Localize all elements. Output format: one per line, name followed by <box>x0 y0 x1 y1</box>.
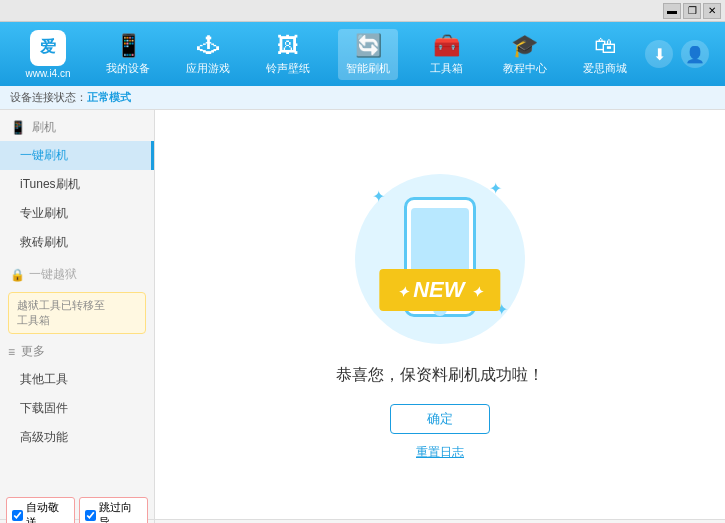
notice-text: 越狱工具已转移至工具箱 <box>17 299 105 326</box>
store-icon: 🛍 <box>594 33 616 59</box>
toolbox-icon: 🧰 <box>433 33 460 59</box>
sidebar-item-other-tools[interactable]: 其他工具 <box>0 365 154 394</box>
advanced-label: 高级功能 <box>20 430 68 444</box>
nav-my-device[interactable]: 📱 我的设备 <box>98 29 158 80</box>
jailbreak-notice: 越狱工具已转移至工具箱 <box>8 292 146 334</box>
sidebar-section-more: ≡ 更多 其他工具 下载固件 高级功能 <box>0 338 154 452</box>
sidebar-more-header: ≡ 更多 <box>0 338 154 365</box>
sidebar-item-itunes-flash[interactable]: iTunes刷机 <box>0 170 154 199</box>
nav-tutorial[interactable]: 🎓 教程中心 <box>495 29 555 80</box>
more-icon: ≡ <box>8 345 15 359</box>
logo[interactable]: 爱 www.i4.cn <box>8 30 88 79</box>
nav-tutorial-label: 教程中心 <box>503 61 547 76</box>
apps-icon: 🕹 <box>197 33 219 59</box>
maximize-btn[interactable]: ❐ <box>683 3 701 19</box>
nav-flash-label: 智能刷机 <box>346 61 390 76</box>
jailbreak-label: 一键越狱 <box>29 266 77 283</box>
status-label: 设备连接状态： <box>10 90 87 105</box>
nav-apps-games[interactable]: 🕹 应用游戏 <box>178 29 238 80</box>
sidebar-jailbreak-header: 🔒 一键越狱 <box>0 261 154 288</box>
skip-wizard-checkbox[interactable]: 跳过向导 <box>79 497 148 523</box>
content-area: ✦ ✦ ✦ NEW 恭喜您，保资料刷机成功啦！ 确定 重置日志 <box>155 110 725 519</box>
success-message: 恭喜您，保资料刷机成功啦！ <box>336 365 544 386</box>
sparkle-2: ✦ <box>489 179 502 198</box>
device-icon: 📱 <box>115 33 142 59</box>
nav-smart-flash[interactable]: 🔄 智能刷机 <box>338 29 398 80</box>
status-bar: 设备连接状态： 正常模式 <box>0 86 725 110</box>
auto-download-checkbox[interactable]: 自动敬送 <box>6 497 75 523</box>
nav-wallpaper[interactable]: 🖼 铃声壁纸 <box>258 29 318 80</box>
close-btn[interactable]: ✕ <box>703 3 721 19</box>
nav-wallpaper-label: 铃声壁纸 <box>266 61 310 76</box>
sparkle-1: ✦ <box>372 187 385 206</box>
sidebar-section-flash: 📱 刷机 一键刷机 iTunes刷机 专业刷机 救砖刷机 <box>0 114 154 257</box>
restore-flash-label: 救砖刷机 <box>20 235 68 249</box>
auto-download-input[interactable] <box>12 510 23 521</box>
new-banner: NEW <box>379 269 500 311</box>
user-btn[interactable]: 👤 <box>681 40 709 68</box>
nav-store-label: 爱思商城 <box>583 61 627 76</box>
main-area: 📱 刷机 一键刷机 iTunes刷机 专业刷机 救砖刷机 🔒 一键越狱 <box>0 110 725 519</box>
nav-my-device-label: 我的设备 <box>106 61 150 76</box>
sidebar: 📱 刷机 一键刷机 iTunes刷机 专业刷机 救砖刷机 🔒 一键越狱 <box>0 110 155 519</box>
download-firmware-label: 下载固件 <box>20 401 68 415</box>
nav-items: 📱 我的设备 🕹 应用游戏 🖼 铃声壁纸 🔄 智能刷机 🧰 工具箱 🎓 教程中心… <box>88 22 645 86</box>
checkbox-row: 自动敬送 跳过向导 <box>0 493 154 523</box>
nav-apps-label: 应用游戏 <box>186 61 230 76</box>
auto-download-label: 自动敬送 <box>26 500 69 523</box>
bottom-bar: 自动敬送 跳过向导 📱 iPhone 12 mini 64GB Down-12m… <box>0 519 725 523</box>
lock-icon: 🔒 <box>10 268 25 282</box>
success-illustration: ✦ ✦ ✦ NEW <box>350 169 530 349</box>
download-btn[interactable]: ⬇ <box>645 40 673 68</box>
nav-toolbox[interactable]: 🧰 工具箱 <box>419 29 475 80</box>
logo-icon: 爱 <box>30 30 66 66</box>
sidebar-section-jailbreak: 🔒 一键越狱 越狱工具已转移至工具箱 <box>0 261 154 334</box>
tutorial-icon: 🎓 <box>511 33 538 59</box>
sidebar-flash-label: 刷机 <box>32 119 56 136</box>
one-click-flash-label: 一键刷机 <box>20 148 68 162</box>
flash-section-icon: 📱 <box>10 120 26 135</box>
new-text: NEW <box>413 277 464 302</box>
title-bar: ▬ ❐ ✕ <box>0 0 725 22</box>
skip-wizard-label: 跳过向导 <box>99 500 142 523</box>
header: 爱 www.i4.cn 📱 我的设备 🕹 应用游戏 🖼 铃声壁纸 🔄 智能刷机 … <box>0 22 725 86</box>
logo-url: www.i4.cn <box>25 68 70 79</box>
rebuild-link[interactable]: 重置日志 <box>416 444 464 461</box>
skip-wizard-input[interactable] <box>85 510 96 521</box>
wallpaper-icon: 🖼 <box>277 33 299 59</box>
pro-flash-label: 专业刷机 <box>20 206 68 220</box>
nav-store[interactable]: 🛍 爱思商城 <box>575 29 635 80</box>
sidebar-item-restore-flash[interactable]: 救砖刷机 <box>0 228 154 257</box>
more-label: 更多 <box>21 343 45 360</box>
sidebar-item-advanced[interactable]: 高级功能 <box>0 423 154 452</box>
sidebar-item-pro-flash[interactable]: 专业刷机 <box>0 199 154 228</box>
nav-right: ⬇ 👤 <box>645 40 717 68</box>
other-tools-label: 其他工具 <box>20 372 68 386</box>
sidebar-item-one-click-flash[interactable]: 一键刷机 <box>0 141 154 170</box>
sidebar-item-download-firmware[interactable]: 下载固件 <box>0 394 154 423</box>
nav-toolbox-label: 工具箱 <box>430 61 463 76</box>
minimize-btn[interactable]: ▬ <box>663 3 681 19</box>
itunes-flash-label: iTunes刷机 <box>20 177 80 191</box>
confirm-button[interactable]: 确定 <box>390 404 490 434</box>
flash-icon: 🔄 <box>355 33 382 59</box>
sidebar-section-flash-header: 📱 刷机 <box>0 114 154 141</box>
status-value: 正常模式 <box>87 90 131 105</box>
